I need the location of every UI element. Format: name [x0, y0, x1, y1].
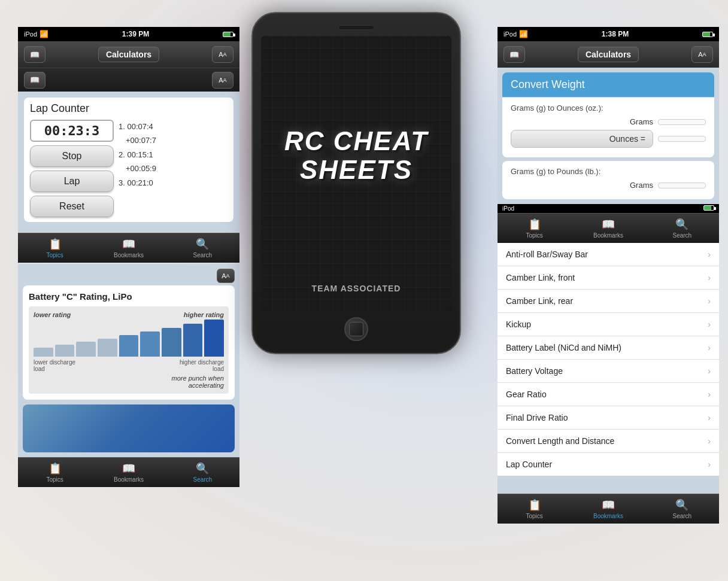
tab-topics-left-bottom[interactable]: 📋 Topics — [18, 458, 92, 487]
list-item-kickup[interactable]: Kickup › — [498, 313, 719, 336]
chevron-battery-label: › — [708, 343, 711, 352]
battery-card-title: Battery "C" Rating, LiPo — [29, 291, 229, 302]
bar-9 — [204, 320, 224, 357]
chart-bars-container — [34, 321, 224, 357]
grams-input-1[interactable] — [658, 119, 706, 125]
left-carrier: iPod 📶 — [24, 30, 48, 38]
rc-subtitle: TEAM ASSOCIATED — [261, 284, 451, 293]
bar-5 — [119, 335, 139, 357]
tab-topics-right[interactable]: 📋 Topics — [498, 494, 571, 524]
chevron-final-drive: › — [708, 413, 711, 422]
list-item-gear-ratio[interactable]: Gear Ratio › — [498, 383, 719, 406]
left-tab-bar-bottom: 📋 Topics 📖 Bookmarks 🔍 Search — [18, 457, 239, 487]
tab-bookmarks-left[interactable]: 📖 Bookmarks — [92, 233, 165, 263]
left-time: 1:39 PM — [122, 30, 149, 38]
grams-input-2[interactable] — [658, 182, 706, 188]
lap-entry-3: 3. 00:21:0 — [119, 176, 228, 190]
left-toolbar-font-btn[interactable]: AA — [212, 72, 233, 89]
photo-card — [23, 404, 235, 452]
right-nav-bar: 📖 Calculators AA — [498, 41, 719, 68]
grams-label-1: Grams — [630, 117, 653, 126]
battery-icon — [223, 32, 233, 37]
right-tab-bar-top: 📋 Topics 📖 Bookmarks 🔍 Search — [498, 213, 719, 243]
chevron-camber-front: › — [708, 273, 711, 282]
reset-button[interactable]: Reset — [30, 196, 114, 217]
topics-label-r: Topics — [526, 513, 542, 519]
right-phone: iPod 📶 1:38 PM 📖 Calculators AA Convert … — [498, 27, 719, 524]
left-status-bar: iPod 📶 1:39 PM — [18, 27, 239, 41]
tab-bookmarks-right-top[interactable]: 📖 Bookmarks — [571, 214, 645, 243]
right-wifi-icon: 📶 — [519, 30, 528, 38]
rc-splash-screen: RC CHEAT SHEETS TEAM ASSOCIATED — [261, 36, 451, 311]
convert-weight-title: Convert Weight — [511, 78, 585, 90]
overlay-carrier: iPod — [502, 205, 514, 212]
ounces-input[interactable] — [658, 136, 706, 142]
right-carrier: iPod 📶 — [503, 30, 528, 38]
wifi-icon: 📶 — [40, 30, 48, 38]
tab-topics-right-top[interactable]: 📋 Topics — [498, 214, 571, 243]
convert-section-1: Grams (g) to Ounces (oz.): Grams Ounces … — [502, 98, 714, 157]
topics-label: Topics — [46, 252, 63, 258]
lap-button[interactable]: Lap — [30, 171, 114, 192]
ounces-button[interactable]: Ounces = — [511, 130, 653, 148]
chevron-kickup: › — [708, 320, 711, 329]
list-item-battery-label[interactable]: Battery Label (NiCd and NiMH) › — [498, 336, 719, 360]
search-label-b: Search — [193, 476, 212, 483]
right-font-btn[interactable]: AA — [691, 46, 713, 63]
chevron-lap-counter: › — [708, 460, 711, 469]
topics-icon: 📋 — [48, 238, 62, 251]
stop-button[interactable]: Stop — [30, 145, 114, 167]
list-item-camber-front[interactable]: Camber Link, front › — [498, 266, 719, 290]
higher-discharge-label: higher dischargeload — [180, 359, 224, 372]
left-nav-title: Calculators — [98, 47, 159, 62]
tab-search-left-bottom[interactable]: 🔍 Search — [166, 458, 239, 487]
tab-topics-left[interactable]: 📋 Topics — [18, 233, 92, 263]
list-item-camber-rear[interactable]: Camber Link, rear › — [498, 290, 719, 313]
convert-section-2: Grams (g) to Pounds (lb.): Grams — [502, 161, 714, 199]
list-item-final-drive[interactable]: Final Drive Ratio › — [498, 406, 719, 430]
bar-2 — [55, 345, 75, 357]
left-bookmark-btn[interactable]: 📖 — [24, 46, 46, 63]
convert-length-text: Convert Length and Distance — [506, 436, 614, 446]
lap-entry-1b: +00:07:7 — [119, 133, 228, 147]
grams-label-2: Grams — [630, 181, 653, 190]
lower-rating-label: lower rating — [34, 311, 71, 318]
topics-list: Anti-roll Bar/Sway Bar › Camber Link, fr… — [498, 243, 719, 476]
right-battery-icon — [702, 32, 713, 37]
list-item-convert-length[interactable]: Convert Length and Distance › — [498, 430, 719, 453]
chevron-antiroll: › — [708, 250, 711, 259]
topics-icon-b: 📋 — [48, 462, 62, 475]
left-toolbar: 📖 AA — [18, 68, 239, 92]
bookmarks-icon-rt: 📖 — [602, 218, 615, 231]
home-button[interactable] — [344, 317, 368, 341]
ounces-row: Ounces = — [511, 130, 706, 148]
right-nav-title: Calculators — [578, 47, 639, 62]
list-item-antiroll[interactable]: Anti-roll Bar/Sway Bar › — [498, 243, 719, 266]
tab-search-right-top[interactable]: 🔍 Search — [645, 214, 719, 243]
left-screen-bottom: AA Battery "C" Rating, LiPo lower rating… — [18, 264, 239, 457]
bar-8 — [183, 324, 203, 357]
bar-4 — [98, 339, 117, 357]
left-font-btn[interactable]: AA — [212, 46, 233, 63]
lap-controls: 00:23:3 Stop Lap Reset — [30, 120, 114, 217]
left-toolbar-bookmark-btn[interactable]: 📖 — [24, 72, 46, 89]
list-item-battery-voltage[interactable]: Battery Voltage › — [498, 360, 719, 383]
lap-timer-display: 00:23:3 — [30, 120, 114, 142]
search-label: Search — [193, 252, 212, 258]
small-font-btn[interactable]: AA — [217, 269, 235, 283]
bar-7 — [162, 328, 181, 357]
right-tab-bar-bottom: 📋 Topics 📖 Bookmarks 🔍 Search — [498, 494, 719, 524]
right-bookmark-btn[interactable]: 📖 — [503, 46, 525, 63]
final-drive-text: Final Drive Ratio — [506, 413, 568, 422]
chevron-gear-ratio: › — [708, 390, 711, 399]
right-screen-top: Convert Weight Grams (g) to Ounces (oz.)… — [498, 68, 719, 204]
iphone-speaker — [338, 25, 374, 30]
tab-search-left[interactable]: 🔍 Search — [166, 233, 239, 263]
right-status-bar: iPod 📶 1:38 PM — [498, 27, 719, 41]
tab-bookmarks-left-bottom[interactable]: 📖 Bookmarks — [92, 458, 165, 487]
tab-search-right[interactable]: 🔍 Search — [645, 494, 719, 524]
list-item-lap-counter[interactable]: Lap Counter › — [498, 453, 719, 476]
tab-bookmarks-right[interactable]: 📖 Bookmarks — [571, 494, 645, 524]
battery-chart: lower rating higher rating lower dischar… — [29, 306, 229, 394]
lap-entry-2b: +00:05:9 — [119, 162, 228, 175]
